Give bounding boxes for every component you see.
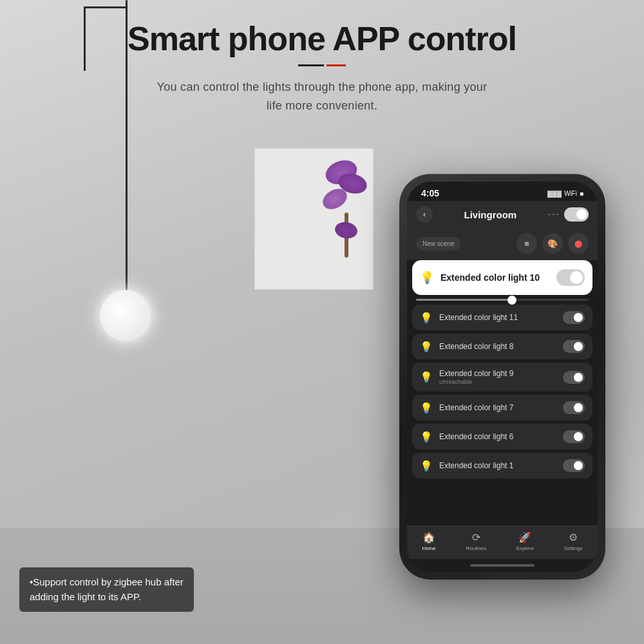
bulb-icon: 💡 <box>420 371 433 383</box>
app-toolbar: New scene ≡ 🎨 ⬤ <box>407 228 598 260</box>
toolbar-icons: ≡ 🎨 ⬤ <box>516 233 589 254</box>
new-scene-button[interactable]: New scene <box>416 237 460 251</box>
nav-explore[interactable]: 🚀 Explore <box>516 531 534 551</box>
device-toggle[interactable] <box>563 311 585 324</box>
app-content: 💡 Extended color light 10 <box>407 260 598 526</box>
device-name: Extended color light 8 <box>439 342 513 351</box>
list-view-button[interactable]: ≡ <box>516 233 537 254</box>
nav-routines-label: Routines <box>466 545 486 551</box>
status-time: 4:05 <box>421 188 439 198</box>
device-toggle[interactable] <box>563 401 585 414</box>
support-line1: •Support control by zigbee hub after <box>30 576 184 587</box>
support-line2: adding the light to its APP. <box>30 591 141 602</box>
title-underline <box>0 64 644 66</box>
nav-home-label: Home <box>422 545 435 551</box>
bulb-icon: 💡 <box>420 460 433 472</box>
featured-left: 💡 Extended color light 10 <box>420 270 540 285</box>
phone-screen: 4:05 ▓▓▓ WiFi ■ ‹ Livingroom ··· <box>407 182 598 572</box>
underline-red <box>327 64 346 66</box>
status-icons: ▓▓▓ WiFi ■ <box>547 190 583 197</box>
device-name: Extended color light 9 <box>439 369 513 378</box>
brightness-slider-track[interactable] <box>416 299 589 301</box>
app-screen: 4:05 ▓▓▓ WiFi ■ ‹ Livingroom ··· <box>407 182 598 572</box>
device-info: Extended color light 9 Unreachable <box>439 369 513 385</box>
wifi-icon: WiFi <box>564 190 577 197</box>
device-list: 💡 Extended color light 11 💡 <box>412 305 592 478</box>
nav-explore-label: Explore <box>516 545 534 551</box>
device-item[interactable]: 💡 Extended color light 7 <box>412 395 592 421</box>
nav-settings[interactable]: ⚙ Settings <box>564 531 583 551</box>
signal-icon: ▓▓▓ <box>547 190 562 197</box>
title-area: Smart phone APP control You can control … <box>0 19 644 115</box>
device-info: Extended color light 8 <box>439 342 513 351</box>
device-left: 💡 Extended color light 6 <box>420 431 513 443</box>
brightness-slider-row <box>412 299 592 305</box>
featured-toggle[interactable] <box>556 269 585 286</box>
nav-home[interactable]: 🏠 Home <box>422 531 435 551</box>
device-left: 💡 Extended color light 11 <box>420 312 518 324</box>
back-icon: ‹ <box>423 210 426 219</box>
nav-settings-label: Settings <box>564 545 583 551</box>
bulb-icon: 💡 <box>420 402 433 414</box>
device-toggle[interactable] <box>563 371 585 384</box>
color-button[interactable]: ⬤ <box>568 233 589 254</box>
device-toggle[interactable] <box>563 430 585 443</box>
device-left: 💡 Extended color light 1 <box>420 460 513 472</box>
subtitle-line1: You can control the lights through the p… <box>157 80 488 93</box>
dots-menu[interactable]: ··· <box>548 209 560 220</box>
slider-thumb[interactable] <box>507 296 516 305</box>
device-item[interactable]: 💡 Extended color light 8 <box>412 334 592 359</box>
device-left: 💡 Extended color light 8 <box>420 341 513 353</box>
home-indicator <box>407 559 598 572</box>
device-left: 💡 Extended color light 9 Unreachable <box>420 369 513 385</box>
device-name: Extended color light 1 <box>439 461 513 470</box>
device-info: Extended color light 11 <box>439 313 518 322</box>
phone-outer: 4:05 ▓▓▓ WiFi ■ ‹ Livingroom ··· <box>399 174 605 580</box>
device-status: Unreachable <box>439 379 513 385</box>
slider-fill <box>416 299 511 301</box>
bulb-icon: 💡 <box>420 341 433 353</box>
device-toggle[interactable] <box>563 340 585 353</box>
device-toggle[interactable] <box>563 459 585 472</box>
lamp-bulb <box>100 290 151 341</box>
page-title: Smart phone APP control <box>0 19 644 58</box>
routines-icon: ⟳ <box>472 531 480 544</box>
device-item[interactable]: 💡 Extended color light 1 <box>412 453 592 478</box>
device-item[interactable]: 💡 Extended color light 6 <box>412 424 592 450</box>
palette-button[interactable]: 🎨 <box>542 233 563 254</box>
device-info: Extended color light 7 <box>439 403 513 412</box>
featured-bulb-icon: 💡 <box>420 270 434 285</box>
device-info: Extended color light 1 <box>439 461 513 470</box>
device-item[interactable]: 💡 Extended color light 9 Unreachable <box>412 363 592 392</box>
device-name: Extended color light 6 <box>439 432 513 441</box>
lamp-arm <box>84 6 128 8</box>
plant-leaf-4 <box>334 220 359 240</box>
featured-device-name: Extended color light 10 <box>440 272 540 283</box>
device-left: 💡 Extended color light 7 <box>420 402 513 414</box>
bulb-icon: 💡 <box>420 431 433 443</box>
subtitle-line2: life more convenient. <box>267 99 377 112</box>
support-text-box: •Support control by zigbee hub after add… <box>19 567 194 612</box>
home-icon: 🏠 <box>422 531 435 544</box>
phone-notch <box>464 182 541 200</box>
color-wheel-icon: ⬤ <box>574 240 582 248</box>
plant-decoration <box>319 155 377 258</box>
home-bar <box>470 564 535 567</box>
back-button[interactable]: ‹ <box>416 206 433 223</box>
device-item[interactable]: 💡 Extended color light 11 <box>412 305 592 330</box>
phone-wrapper: 4:05 ▓▓▓ WiFi ■ ‹ Livingroom ··· <box>399 174 605 580</box>
device-name: Extended color light 11 <box>439 313 518 322</box>
bulb-icon: 💡 <box>420 312 433 324</box>
header-right: ··· <box>548 207 589 222</box>
nav-routines[interactable]: ⟳ Routines <box>466 531 486 551</box>
palette-icon: 🎨 <box>547 239 558 249</box>
underline-black <box>298 64 324 66</box>
device-info: Extended color light 6 <box>439 432 513 441</box>
device-name: Extended color light 7 <box>439 403 513 412</box>
battery-icon: ■ <box>580 190 583 197</box>
featured-device-card[interactable]: 💡 Extended color light 10 <box>412 260 592 295</box>
header-toggle[interactable] <box>564 207 589 222</box>
subtitle: You can control the lights through the p… <box>0 78 644 115</box>
bottom-navigation: 🏠 Home ⟳ Routines 🚀 Explore ⚙ Settings <box>407 526 598 559</box>
explore-icon: 🚀 <box>518 531 531 544</box>
